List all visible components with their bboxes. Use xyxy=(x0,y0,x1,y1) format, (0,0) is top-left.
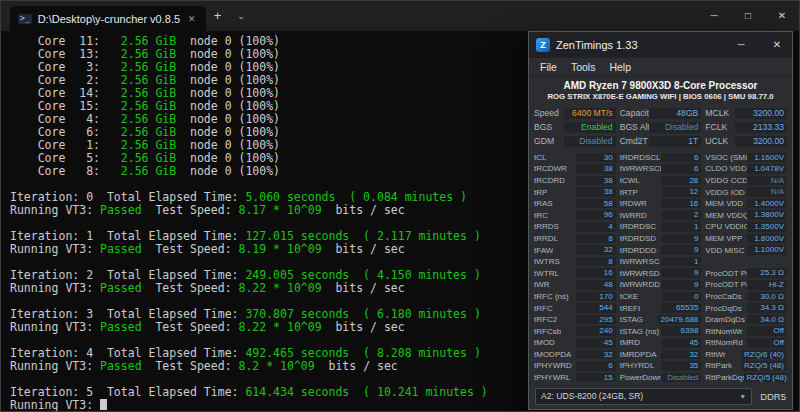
field-value: 48GB xyxy=(649,108,701,119)
field-value: Enabled xyxy=(564,122,616,133)
field-vddg-iod: VDDG IODN/A xyxy=(705,187,787,198)
field-value: 35 xyxy=(661,361,701,371)
field-procdqds: ProcDqDs34.3 Ω xyxy=(705,303,787,314)
field-trefi: tREFI65535 xyxy=(620,303,702,314)
field-rttparkdqs: RttParkDqsRZQ/5 (48) xyxy=(705,372,787,383)
field-label: tWTRL xyxy=(534,269,559,278)
field-tras: tRAS58 xyxy=(534,198,616,209)
zentimings-close-button[interactable]: ✕ xyxy=(762,32,792,58)
field-trp: tRP38 xyxy=(534,187,616,198)
field-label: tRCDRD xyxy=(534,176,565,185)
field-trfc-ns: tRFC (ns)170 xyxy=(534,291,616,302)
field-label: DramDqDs xyxy=(705,315,745,324)
field-vddg-ccd: VDDG CCDN/A xyxy=(705,175,787,186)
field-value: 65535 xyxy=(661,303,701,313)
minimize-button[interactable]: ─ xyxy=(697,1,731,31)
field-value: 8 xyxy=(576,234,616,244)
menu-file[interactable]: File xyxy=(533,61,564,73)
field-tmrdpda: tMRDPDA32 xyxy=(620,349,702,360)
field-value: 2 xyxy=(661,210,701,220)
field-value: 6 xyxy=(576,361,616,371)
maximize-button[interactable]: □ xyxy=(731,1,765,31)
field-value: 12 xyxy=(661,187,701,197)
field-value: 28 xyxy=(661,176,701,186)
field-value: 45 xyxy=(661,338,701,348)
field-value: 38 xyxy=(576,187,616,197)
system-info-header: AMD Ryzen 7 9800X3D 8-Core Processor ROG… xyxy=(529,77,792,104)
field-label: tREFI xyxy=(620,304,640,313)
field-capacity: Capacity48GB xyxy=(620,107,702,119)
field-label: tMRD xyxy=(620,338,640,347)
field-label: ProcODT Pu xyxy=(705,269,747,278)
dimm-selector[interactable]: A2: UDS-8200 (24GB, SR) ▼ xyxy=(535,388,752,405)
zentimings-minimize-button[interactable]: ─ xyxy=(726,32,756,58)
field-cldo-vddp: CLDO VDDP1.0478V xyxy=(705,164,787,175)
field-tcl: tCL30 xyxy=(534,152,616,163)
field-twr: tWR48 xyxy=(534,280,616,291)
field-value: 58 xyxy=(576,199,616,209)
tab-dropdown-icon[interactable]: ⌄ xyxy=(229,1,253,31)
field-value: 6400 MT/s xyxy=(564,108,616,119)
field-value: 1T xyxy=(649,136,701,147)
field-label: MEM VDDQ xyxy=(705,211,747,220)
field-value: 4 xyxy=(576,222,616,232)
field-tphywrl: tPHYWRL15 xyxy=(534,372,616,383)
field-label: CPU VDDIO xyxy=(705,222,747,231)
field-cpu-vddio: CPU VDDIO1.3500V xyxy=(705,222,787,233)
terminal-tab[interactable]: >_ D:\Desktop\y-cruncher v0.8.5 ✕ xyxy=(10,6,206,31)
field-label: RttParkDqs xyxy=(705,373,743,382)
field-twrwrsd: tWRWRSD9 xyxy=(620,268,702,279)
field-value: 544 xyxy=(576,303,616,313)
field-speed: Speed6400 MT/s xyxy=(534,107,616,119)
menu-help[interactable]: Help xyxy=(602,61,638,73)
field-value: Disabled xyxy=(649,122,701,133)
field-value: RZQ/5 (48) xyxy=(741,361,787,371)
field-label: tMRDPDA xyxy=(620,350,657,359)
field-value: 32 xyxy=(576,245,616,255)
field-value: 9 xyxy=(661,245,701,255)
field-value: 8 xyxy=(576,257,616,267)
field-label: tMODPDA xyxy=(534,350,571,359)
cpu-name: AMD Ryzen 7 9800X3D 8-Core Processor xyxy=(531,80,790,92)
field-value: 9 xyxy=(661,280,701,290)
new-tab-button[interactable]: + xyxy=(206,1,230,31)
field-value: N/A xyxy=(747,176,787,186)
field-value: Disabled xyxy=(661,373,701,383)
field-value: 20479.688 xyxy=(658,315,702,325)
tab-close-icon[interactable]: ✕ xyxy=(186,14,198,24)
terminal-tab-icon: >_ xyxy=(18,14,32,24)
field-cmd2t: Cmd2T1T xyxy=(620,135,702,147)
field-twrwrscl: tWRWRSCL6 xyxy=(620,164,702,175)
zentimings-logo-icon: Z xyxy=(536,38,550,52)
menu-tools[interactable]: Tools xyxy=(564,61,603,73)
field-value: Hi-Z xyxy=(747,280,787,290)
field-trdrdsc: tRDRDSC1 xyxy=(620,222,702,233)
field-value: Off xyxy=(747,338,787,348)
field-label: tRDRDSC xyxy=(620,222,656,231)
zentimings-titlebar: Z ZenTimings 1.33 ─ ✕ xyxy=(529,32,792,58)
field-label: tFAW xyxy=(534,246,553,255)
field-trdrdsd: tRDRDSD9 xyxy=(620,233,702,244)
field-trrds: tRRDS4 xyxy=(534,222,616,233)
field-label: UCLK xyxy=(705,136,728,146)
field-value: 6398 xyxy=(661,326,701,336)
field-value: 9 xyxy=(661,268,701,278)
field-label: Capacity xyxy=(620,108,650,118)
field-tstag-ns: tSTAG (ns)6398 xyxy=(620,326,702,337)
field-label: VSOC (SMU) xyxy=(705,153,747,162)
field-value: 25.3 Ω xyxy=(747,268,787,278)
zentimings-footer: A2: UDS-8200 (24GB, SR) ▼ DDR5 xyxy=(529,386,792,410)
chevron-down-icon: ▼ xyxy=(739,393,746,400)
zentimings-window-title: ZenTimings 1.33 xyxy=(556,39,720,51)
field-value: 295 xyxy=(576,315,616,325)
field-label: tCL xyxy=(534,153,546,162)
field-label: tSTAG xyxy=(620,315,643,324)
field-trdwr: tRDWR16 xyxy=(620,198,702,209)
timings-grid: tCL30tRDRDSCL6VSOC (SMU)1.1600VtRCDWR38t… xyxy=(529,149,792,386)
field-label: VDDG CCD xyxy=(705,176,747,185)
close-button[interactable]: ✕ xyxy=(765,1,799,31)
field-trc: tRC96 xyxy=(534,210,616,221)
field-label: tPHYWRL xyxy=(534,373,570,382)
field-label: BGS xyxy=(534,122,552,132)
field-tstag: tSTAG20479.688 xyxy=(620,314,702,325)
